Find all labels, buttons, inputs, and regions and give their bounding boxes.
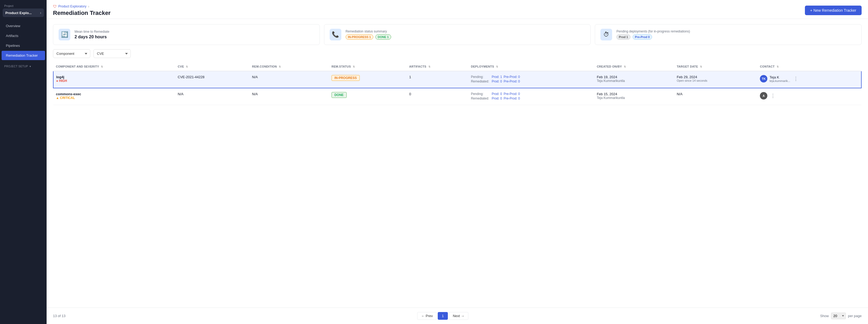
badge-prod: Prod 1 [616,34,630,40]
sort-icon: ⇅ [428,65,431,68]
sidebar-item-overview[interactable]: Overview [2,21,45,31]
col-created: CREATED ON/BY ⇅ [594,62,674,71]
per-page-row: Show 20 50 100 per page [820,313,862,319]
sort-icon: ⇅ [353,65,355,68]
pending-deployments-label: Pending deployments (for in-progress rem… [616,30,690,33]
new-remediation-tracker-button[interactable]: + New Remediation Tracker [805,6,862,15]
status-badge-inprogress: IN-PROGRESS [332,75,360,81]
chevron-down-icon: ▾ [30,65,31,68]
filters-row: Component CVE [46,49,868,62]
col-artifacts: ARTIFACTS ⇅ [407,62,468,71]
deployment-badges: Prod 1 Pre-Prod 0 [616,34,690,40]
sort-icon: ⇅ [101,65,103,68]
cell-artifacts: 0 [407,88,468,105]
sidebar-item-label: Overview [6,24,20,28]
sidebar: Project Product Explo... › Overview Arti… [0,0,46,324]
severity-dot-icon: ● [56,79,58,83]
per-page-select[interactable]: 20 50 100 [831,313,846,319]
cell-contact: TK Teja K teja.kummarik... ⋮ [757,71,861,88]
row-more-options-button[interactable]: ⋮ [793,76,799,82]
pending-deployments-icon: ⏱ [600,29,612,40]
col-deployments: DEPLOYMENTS ⇅ [468,62,594,71]
prev-page-button[interactable]: ← Prev [417,312,437,320]
avatar: TK [760,75,767,83]
status-badges: IN-PROGRESS 1 DONE 1 [346,34,391,40]
breadcrumb-logo-icon: 🛡 [53,4,57,8]
table-row[interactable]: log4j ● HIGH CVE-2021-44228 N/A IN-PROGR… [53,71,861,88]
row-more-options-button[interactable]: ⋮ [770,93,776,99]
pagination-controls: ← Prev 1 Next → [417,312,468,320]
page-title: Remediation Tracker [53,9,111,17]
cell-deployments: Pending: Prod: 1 Pre-Prod: 0 Remediated:… [468,71,594,88]
mean-time-icon: 🔄 [59,29,70,40]
sidebar-item-artifacts[interactable]: Artifacts [2,31,45,40]
sort-icon: ⇅ [186,65,188,68]
stat-card-pending-deployments: ⏱ Pending deployments (for in-progress r… [595,24,862,45]
breadcrumb: 🛡 Product Exploratory › [53,4,111,8]
sidebar-item-label: Remediation Tracker [6,54,38,58]
col-rem-status: REM.STATUS ⇅ [329,62,407,71]
cell-rem-condition: N/A [249,71,329,88]
header-left: 🛡 Product Exploratory › Remediation Trac… [53,4,111,17]
cell-rem-status: DONE [329,88,407,105]
project-name: Product Explo... [5,11,32,15]
avatar: A [760,92,767,99]
breadcrumb-link[interactable]: Product Exploratory [58,4,86,8]
badge-preprod: Pre-Prod 0 [632,34,652,40]
sidebar-item-remediation-tracker[interactable]: Remediation Tracker [2,51,45,60]
sort-icon: ⇅ [777,65,779,68]
cve-filter[interactable]: CVE [93,49,131,58]
cell-rem-status: IN-PROGRESS [329,71,407,88]
remediation-table: COMPONENT AND SEVERITY ⇅ CVE ⇅ REM.CONDI… [53,62,862,105]
sort-icon: ⇅ [624,65,626,68]
table-row[interactable]: commons-exec ▲ CRITICAL N/A N/A DONE 0 [53,88,861,105]
mean-time-label: Mean time to Remediate [74,30,110,34]
header: 🛡 Product Exploratory › Remediation Trac… [46,0,868,19]
cell-created: Feb 19, 2024 Teja Kummarikuntla [594,71,674,88]
badge-done: DONE 1 [375,34,391,40]
cell-artifacts: 1 [407,71,468,88]
col-cve: CVE ⇅ [175,62,249,71]
cell-created: Feb 15, 2024 Teja Kummarikuntla [594,88,674,105]
next-page-button[interactable]: Next → [449,312,468,320]
pagination-info: 13 of 13 [53,314,65,318]
current-page-button[interactable]: 1 [438,312,447,320]
col-component-severity: COMPONENT AND SEVERITY ⇅ [53,62,175,71]
cell-cve: N/A [175,88,249,105]
cell-component-severity: commons-exec ▲ CRITICAL [53,88,175,105]
severity-warn-icon: ▲ [56,96,59,100]
col-rem-condition: REM.CONDITION ⇅ [249,62,329,71]
sidebar-item-label: Pipelines [6,44,20,47]
cell-deployments: Pending: Prod: 0 Pre-Prod: 0 Remediated:… [468,88,594,105]
cell-cve: CVE-2021-44228 [175,71,249,88]
cell-component-severity: log4j ● HIGH [53,71,175,88]
col-contact: CONTACT ⇅ [757,62,861,71]
pagination-row: 13 of 13 ← Prev 1 Next → Show 20 50 100 … [46,307,868,324]
cell-rem-condition: N/A [249,88,329,105]
project-setup-section: PROJECT SETUP ▾ [0,61,46,69]
project-selector[interactable]: Product Explo... › [3,8,44,17]
breadcrumb-separator: › [88,4,89,8]
stat-card-mean-time: 🔄 Mean time to Remediate 2 days 20 hours [53,24,320,45]
mean-time-value: 2 days 20 hours [74,35,110,39]
component-filter[interactable]: Component [53,49,90,58]
cell-contact: A ⋮ [757,88,861,105]
badge-inprogress: IN-PROGRESS 1 [346,34,373,40]
table-header-row: COMPONENT AND SEVERITY ⇅ CVE ⇅ REM.CONDI… [53,62,861,71]
stat-card-status-summary: 📞 Remediation status summary IN-PROGRESS… [324,24,591,45]
status-badge-done: DONE [332,92,347,98]
stats-row: 🔄 Mean time to Remediate 2 days 20 hours… [46,19,868,49]
cell-target-date: Feb 29, 2024 Open since 14 seconds [674,71,757,88]
table-container: COMPONENT AND SEVERITY ⇅ CVE ⇅ REM.CONDI… [46,62,868,307]
status-summary-label: Remediation status summary [346,30,391,33]
sidebar-item-pipelines[interactable]: Pipelines [2,41,45,50]
chevron-right-icon: › [40,11,41,15]
sort-icon: ⇅ [279,65,281,68]
sidebar-item-label: Artifacts [6,34,19,38]
status-summary-icon: 📞 [330,29,341,40]
main-content: 🛡 Product Exploratory › Remediation Trac… [46,0,868,324]
sort-icon: ⇅ [496,65,498,68]
per-page-label: per page [848,314,862,318]
col-target-date: TARGET DATE ⇅ [674,62,757,71]
show-label: Show [820,314,829,318]
